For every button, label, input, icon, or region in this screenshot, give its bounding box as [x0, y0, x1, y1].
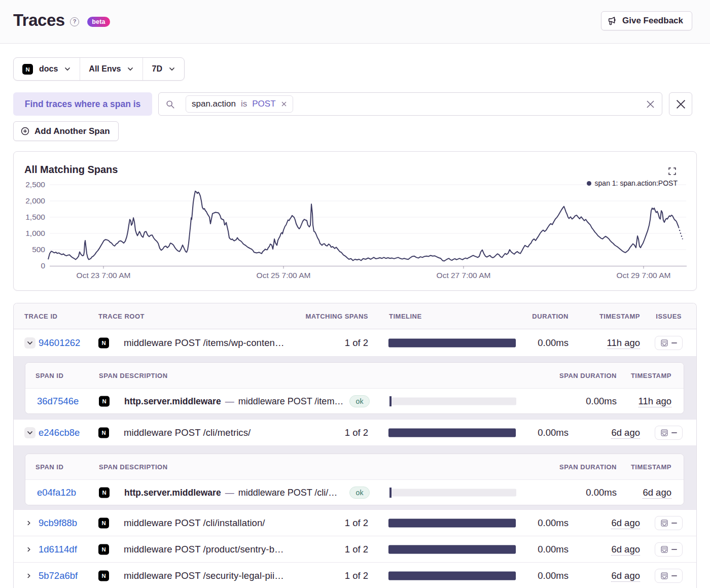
svg-text:N: N [101, 340, 105, 346]
svg-text:2,000: 2,000 [25, 196, 45, 205]
svg-text:N: N [25, 66, 29, 72]
svg-text:500: 500 [32, 245, 45, 254]
svg-text:N: N [102, 398, 106, 404]
svg-text:Oct 25 7:00 AM: Oct 25 7:00 AM [257, 271, 311, 280]
svg-text:N: N [101, 520, 105, 526]
svg-text:1,000: 1,000 [25, 229, 45, 237]
svg-text:Oct 29 7:00 AM: Oct 29 7:00 AM [617, 271, 671, 280]
svg-text:Oct 23 7:00 AM: Oct 23 7:00 AM [77, 271, 131, 280]
svg-text:N: N [101, 573, 105, 579]
svg-text:N: N [102, 490, 106, 496]
svg-text:2,500: 2,500 [25, 180, 45, 189]
svg-text:Oct 27 7:00 AM: Oct 27 7:00 AM [437, 271, 491, 280]
svg-text:N: N [101, 546, 105, 552]
svg-text:1,500: 1,500 [25, 213, 45, 221]
svg-text:N: N [101, 430, 105, 436]
svg-text:0: 0 [41, 261, 45, 270]
